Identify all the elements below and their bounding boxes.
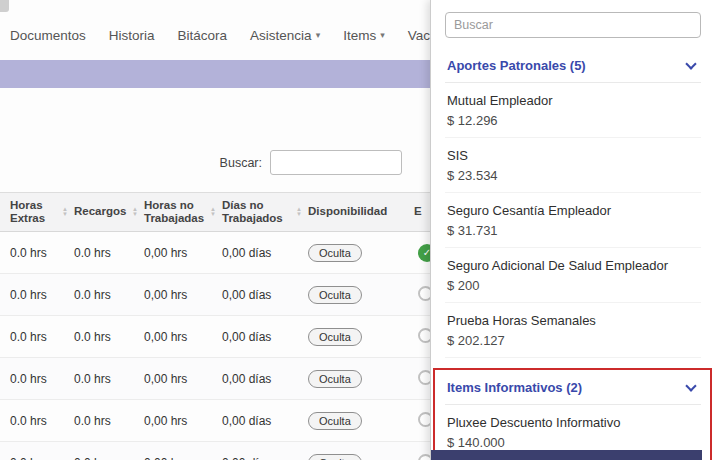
status-badge: Oculta [308, 412, 362, 430]
status-badge: Oculta [308, 370, 362, 388]
nav-asistencia[interactable]: Asistencia▾ [250, 28, 320, 43]
status-badge: Oculta [308, 454, 362, 460]
table-search-row: Buscar: [0, 150, 430, 175]
col-dias-no-trabajados[interactable]: Días no Trabajados▲▼ [222, 193, 308, 231]
chevron-down-icon: ▾ [380, 31, 385, 40]
panel-search-input[interactable] [445, 12, 701, 38]
chevron-down-icon [685, 380, 696, 391]
col-horas-extras[interactable]: Horas Extras▲▼ [10, 193, 74, 231]
col-horas-no-trabajadas[interactable]: Horas no Trabajadas▲▼ [144, 193, 222, 231]
nav-documentos[interactable]: Documentos [10, 28, 86, 43]
highlight-box: Items Informativos (2) Pluxee Descuento … [433, 368, 712, 460]
nav-historia[interactable]: Historia [109, 28, 155, 43]
sort-icon: ▲▼ [62, 207, 68, 217]
col-disponibilidad[interactable]: Disponibilidad [308, 193, 414, 231]
list-item[interactable]: Mutual Empleador $ 12.296 [445, 83, 701, 138]
list-item[interactable]: SIS $ 23.534 [445, 138, 701, 193]
chevron-down-icon [685, 58, 696, 69]
list-item[interactable]: Seguro Cesantía Empleador $ 31.731 [445, 193, 701, 248]
nav-items[interactable]: Items▾ [343, 28, 385, 43]
tab-stub [0, 0, 9, 12]
next-section-partial[interactable] [431, 450, 702, 460]
sort-icon: ▲▼ [132, 207, 138, 217]
sort-icon: ▲▼ [210, 207, 216, 217]
status-badge: Oculta [308, 286, 362, 304]
chevron-down-icon: ▾ [316, 31, 321, 40]
items-dropdown-panel: Aportes Patronales (5) Mutual Empleador … [430, 0, 717, 460]
sort-icon: ▲▼ [296, 207, 302, 217]
table-search-input[interactable] [270, 150, 402, 175]
col-recargos[interactable]: Recargos▲▼ [74, 193, 144, 231]
nav-bitacora[interactable]: Bitácora [178, 28, 228, 43]
list-item[interactable]: Prueba Horas Semanales $ 202.127 [445, 303, 701, 358]
section-items-informativos[interactable]: Items Informativos (2) [445, 372, 701, 405]
status-badge: Oculta [308, 328, 362, 346]
table-search-label: Buscar: [220, 156, 262, 170]
status-badge: Oculta [308, 244, 362, 262]
list-item[interactable]: Seguro Adicional De Salud Empleador $ 20… [445, 248, 701, 303]
section-aportes-patronales[interactable]: Aportes Patronales (5) [445, 50, 701, 83]
